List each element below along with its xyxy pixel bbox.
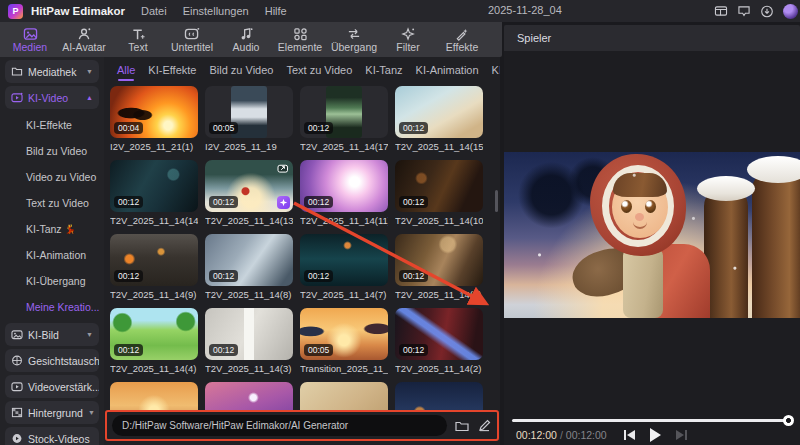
toolbar-tab-elemente[interactable]: Elemente <box>274 26 326 53</box>
video-item[interactable]: 00:12T2V_2025_11_14(8) <box>205 234 293 300</box>
video-thumbnail[interactable]: 00:12 <box>110 308 198 360</box>
download-icon[interactable] <box>760 4 774 18</box>
video-item-name: T2V_2025_11_14(9) <box>110 289 198 300</box>
video-thumbnail[interactable]: 00:04 <box>110 86 198 138</box>
media-icon <box>23 26 38 41</box>
video-thumbnail[interactable]: 00:12 <box>205 234 293 286</box>
playback-progress-knob[interactable] <box>783 415 794 426</box>
chevron-up-icon: ▲ <box>86 94 93 101</box>
video-item[interactable]: 00:05I2V_2025_11_19 <box>205 86 293 152</box>
video-item[interactable]: 00:12T2V_2025_11_14(3) <box>205 308 293 374</box>
video-item-name: T2V_2025_11_14(8) <box>205 289 293 300</box>
toolbar-tab-audio[interactable]: Audio <box>220 26 272 53</box>
duration-badge: 00:12 <box>304 270 333 282</box>
previous-frame-button[interactable] <box>624 430 635 440</box>
sidebar-item-ki-video[interactable]: KI-Video▲ <box>5 86 99 109</box>
sidebar-item-label: KI-Übergang <box>26 275 86 287</box>
video-item-selected[interactable]: 00:12T2V_2025_11_14(13) <box>205 160 293 226</box>
video-item[interactable]: 00:05Transition_2025_11_14 <box>300 308 388 374</box>
video-item-name: T2V_2025_11_14(13) <box>205 215 293 226</box>
video-item[interactable]: 00:12T2V_2025_11_14(7) <box>300 234 388 300</box>
sidebar-item-ki-übergang[interactable]: KI-Übergang <box>0 268 104 294</box>
open-folder-icon[interactable] <box>453 418 471 434</box>
sidebar-item-mediathek[interactable]: Mediathek▼ <box>5 60 99 83</box>
video-thumbnail[interactable]: 00:12 <box>395 86 483 138</box>
transition-icon <box>346 26 362 41</box>
sidebar-item-video-zu-video[interactable]: Video zu Video <box>0 164 104 190</box>
video-item-name: T2V_2025_11_14(3) <box>205 363 293 374</box>
library-tab-ki-animation[interactable]: KI-Animation <box>416 64 479 76</box>
play-button[interactable] <box>650 428 661 442</box>
path-input[interactable]: D:/HitPaw Software/HitPaw Edimakor/AI Ge… <box>112 415 447 436</box>
sidebar-item-text-zu-video[interactable]: Text zu Video <box>0 190 104 216</box>
playback-controls <box>624 427 687 443</box>
video-item[interactable]: 00:12T2V_2025_11_14(2) <box>395 308 483 374</box>
sidebar-item-ki-bild[interactable]: KI-Bild▼ <box>5 323 99 346</box>
video-thumbnail[interactable]: 00:12 <box>110 234 198 286</box>
video-item[interactable]: 00:12T2V_2025_11_14(14) <box>110 160 198 226</box>
sidebar-item-label: KI-Effekte <box>26 119 72 131</box>
sidebar-item-ki-animation[interactable]: KI-Animation <box>0 242 104 268</box>
video-thumbnail[interactable]: 00:12 <box>395 308 483 360</box>
library-tab-bild-zu-video[interactable]: Bild zu Video <box>209 64 273 76</box>
video-item[interactable]: 00:12T2V_2025_11_14(9) <box>110 234 198 300</box>
video-thumbnail[interactable]: 00:12 <box>395 234 483 286</box>
library-tab-alle[interactable]: Alle <box>117 64 135 76</box>
toolbar-tab-label: Text <box>128 42 147 53</box>
video-thumbnail[interactable]: 00:12 <box>205 160 293 212</box>
toolbar-tab-übergang[interactable]: Übergang <box>328 26 380 53</box>
video-preview[interactable] <box>504 152 800 318</box>
video-item[interactable]: 00:12T2V_2025_11_14(15) <box>395 86 483 152</box>
sidebar-item-bild-zu-video[interactable]: Bild zu Video <box>0 138 104 164</box>
sidebar-item-meine-kreatio[interactable]: Meine Kreatio... <box>0 294 104 320</box>
scrollbar-thumb[interactable] <box>495 190 498 212</box>
toolbar-tab-ai-avatar[interactable]: AI-Avatar <box>58 26 110 53</box>
panels-icon[interactable] <box>714 4 728 18</box>
toolbar-tab-label: Medien <box>13 42 47 53</box>
video-item-name: T2V_2025_11_14(7) <box>300 289 388 300</box>
video-thumbnail[interactable]: 00:12 <box>300 160 388 212</box>
sidebar-item-hintergrund[interactable]: Hintergrund▼ <box>5 401 99 424</box>
user-avatar[interactable] <box>783 4 798 19</box>
export-icon[interactable] <box>277 163 289 173</box>
toolbar-tab-effekte[interactable]: Effekte <box>436 26 488 53</box>
feature-toolbar: MedienAI-AvatarTextUntertitelAudioElemen… <box>0 22 502 57</box>
toolbar-tab-label: Untertitel <box>171 42 213 53</box>
menu-hilfe[interactable]: Hilfe <box>265 5 287 17</box>
sidebar-item-stock-videos[interactable]: Stock-Videos <box>5 427 99 445</box>
video-item[interactable]: 00:04I2V_2025_11_21(1) <box>110 86 198 152</box>
video-thumbnail[interactable]: 00:12 <box>110 160 198 212</box>
video-item[interactable]: 00:12T2V_2025_11_14(10) <box>395 160 483 226</box>
video-item[interactable]: 00:12T2V_2025_11_14(4) <box>110 308 198 374</box>
video-thumbnail[interactable]: 00:12 <box>300 86 388 138</box>
next-frame-button[interactable] <box>676 430 687 440</box>
video-thumbnail[interactable]: 00:12 <box>395 160 483 212</box>
video-thumbnail[interactable]: 00:05 <box>300 308 388 360</box>
video-thumbnail[interactable]: 00:12 <box>205 308 293 360</box>
sidebar-item-gesichtstausch[interactable]: Gesichtstausch▼ <box>5 349 99 372</box>
output-path-bar: D:/HitPaw Software/HitPaw Edimakor/AI Ge… <box>105 410 499 441</box>
video-item[interactable]: 00:12T2V_2025_11_14(17) <box>300 86 388 152</box>
video-thumbnail[interactable]: 00:12 <box>300 234 388 286</box>
library-tab-ki-tanz[interactable]: KI-Tanz <box>365 64 402 76</box>
menu-datei[interactable]: Datei <box>141 5 167 17</box>
duration-badge: 00:12 <box>114 196 143 208</box>
toolbar-tab-medien[interactable]: Medien <box>4 26 56 53</box>
video-item-name: T2V_2025_11_14(10) <box>395 215 483 226</box>
video-thumbnail[interactable]: 00:05 <box>205 86 293 138</box>
sidebar-item-ki-effekte[interactable]: KI-Effekte <box>0 112 104 138</box>
library-tab-ki-übergang[interactable]: KI-Übergang <box>492 64 500 76</box>
playback-progress-bar[interactable] <box>512 419 788 422</box>
library-tab-ki-effekte[interactable]: KI-Effekte <box>148 64 196 76</box>
edit-icon[interactable] <box>475 418 493 434</box>
menu-einstellungen[interactable]: Einstellungen <box>183 5 249 17</box>
toolbar-tab-text[interactable]: Text <box>112 26 164 53</box>
video-item[interactable]: 00:12T2V_2025_11_14(5) <box>395 234 483 300</box>
toolbar-tab-untertitel[interactable]: Untertitel <box>166 26 218 53</box>
library-tab-text-zu-video[interactable]: Text zu Video <box>286 64 352 76</box>
video-item[interactable]: 00:12T2V_2025_11_14(11) <box>300 160 388 226</box>
sidebar-item-videoverstärk[interactable]: Videoverstärk...▼ <box>5 375 99 398</box>
sidebar-item-ki-tanz[interactable]: KI-Tanz💃 <box>0 216 104 242</box>
feedback-icon[interactable] <box>737 4 751 18</box>
toolbar-tab-filter[interactable]: Filter <box>382 26 434 53</box>
